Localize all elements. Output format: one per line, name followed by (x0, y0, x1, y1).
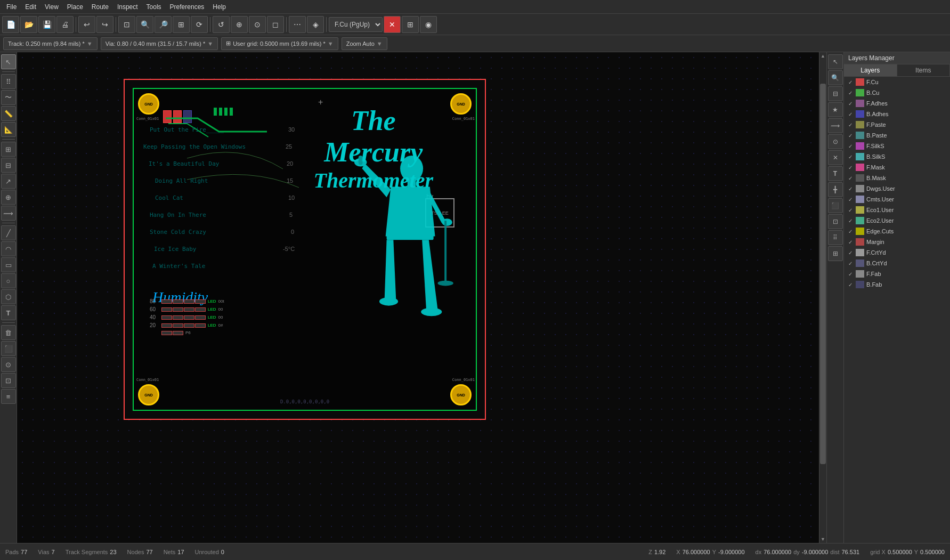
layer-checkbox[interactable]: ✓ (847, 228, 854, 234)
rt-add-zone[interactable]: ⬛ (828, 198, 843, 213)
layer-item-f-mask[interactable]: ✓F.Mask (844, 162, 950, 173)
layer-item-b-fab[interactable]: ✓B.Fab (844, 279, 950, 290)
drc-button[interactable]: ✕ (384, 16, 401, 33)
layer-item-f-cu[interactable]: ✓F.Cu (844, 77, 950, 87)
inspect-tool[interactable]: ⊙ (1, 357, 16, 372)
layer-checkbox[interactable]: ✓ (847, 217, 854, 224)
layer-item-eco1-user[interactable]: ✓Eco1.User (844, 205, 950, 215)
rt-add-track[interactable]: ╋ (828, 182, 843, 197)
new-button[interactable]: 📄 (2, 16, 19, 33)
layer-checkbox[interactable]: ✓ (847, 281, 854, 288)
menu-route[interactable]: Route (87, 2, 113, 12)
draw-circle-tool[interactable]: ○ (1, 273, 16, 288)
layer-checkbox[interactable]: ✓ (847, 79, 854, 85)
ratsnest-button[interactable]: ⋯ (289, 16, 306, 33)
layer-checkbox[interactable]: ✓ (847, 239, 854, 245)
layer-checkbox[interactable]: ✓ (847, 100, 854, 107)
layer-checkbox[interactable]: ✓ (847, 153, 854, 160)
rt-zoom-out[interactable]: ⊟ (828, 86, 843, 101)
draw-line-tool[interactable]: ╱ (1, 225, 16, 240)
draw-arc-tool[interactable]: ◠ (1, 241, 16, 256)
group-tool[interactable]: ⊡ (1, 373, 16, 388)
layer-checkbox[interactable]: ✓ (847, 260, 854, 266)
layer-checkbox[interactable]: ✓ (847, 271, 854, 277)
zoom-area-button[interactable]: ⊞ (173, 16, 190, 33)
add-footprint-tool[interactable]: ⊞ (1, 142, 16, 157)
layer-checkbox[interactable]: ✓ (847, 143, 854, 149)
menu-tools[interactable]: Tools (142, 2, 166, 12)
rt-text[interactable]: T (828, 166, 843, 181)
menu-edit[interactable]: Edit (21, 2, 40, 12)
delete-tool[interactable]: 🗑 (1, 325, 16, 340)
net-classes-button[interactable]: ⊞ (402, 16, 419, 33)
layer-checkbox[interactable]: ✓ (847, 207, 854, 213)
menu-help[interactable]: Help (208, 2, 230, 12)
rt-route[interactable]: ⟿ (828, 118, 843, 133)
layer-item-f-adhes[interactable]: ✓F.Adhes (844, 98, 950, 109)
zoom-refresh-button[interactable]: ⟳ (191, 16, 208, 33)
add-text-tool[interactable]: T (1, 305, 16, 320)
layer-checkbox[interactable]: ✓ (847, 196, 854, 202)
layer-item-b-crtyd[interactable]: ✓B.CrtYd (844, 258, 950, 269)
layer-item-b-cu[interactable]: ✓B.Cu (844, 87, 950, 98)
layer-checkbox[interactable]: ✓ (847, 111, 854, 117)
rt-fill[interactable]: ⠿ (828, 230, 843, 245)
layer-checkbox[interactable]: ✓ (847, 164, 854, 171)
layer-item-eco2-user[interactable]: ✓Eco2.User (844, 215, 950, 226)
layer-item-b-silks[interactable]: ✓B.SilkS (844, 151, 950, 162)
canvas-background[interactable]: GND GND GND GND Conn_01x01 Conn_01x01 Co… (17, 52, 826, 543)
layer-checkbox[interactable]: ✓ (847, 132, 854, 139)
canvas-area[interactable]: GND GND GND GND Conn_01x01 Conn_01x01 Co… (17, 52, 826, 543)
layer-checkbox[interactable]: ✓ (847, 121, 854, 128)
menu-inspect[interactable]: Inspect (113, 2, 142, 12)
layer-checkbox[interactable]: ✓ (847, 175, 854, 181)
draw-polygon-tool[interactable]: ⬡ (1, 289, 16, 304)
zoom-in-button[interactable]: 🔍 (136, 16, 153, 33)
add-via-tool[interactable]: ⊕ (1, 190, 16, 205)
net-inspector-button[interactable]: ⊕ (231, 16, 248, 33)
ruler-tool[interactable]: 📏 (1, 106, 16, 121)
rt-interactive[interactable]: ⊞ (828, 246, 843, 261)
layer-item-b-paste[interactable]: ✓B.Paste (844, 130, 950, 141)
menu-preferences[interactable]: Preferences (166, 2, 209, 12)
scroll-up-arrow[interactable]: ▲ (819, 52, 826, 60)
menu-place[interactable]: Place (63, 2, 87, 12)
tab-layers[interactable]: Layers (844, 64, 897, 76)
print-button[interactable]: 🖨 (56, 16, 74, 33)
menu-file[interactable]: File (2, 2, 21, 12)
grid-selector[interactable]: ⊞ User grid: 0.5000 mm (19.69 mils) * ▼ (221, 37, 338, 50)
local-ratsnest-tool[interactable]: ⠿ (1, 74, 16, 89)
interactive-router[interactable]: ⟿ (1, 206, 16, 221)
layer-selector[interactable]: F.Cu (PgUp) (329, 17, 383, 32)
highlight-net-button[interactable]: ◈ (307, 16, 324, 33)
layer-item-edge-cuts[interactable]: ✓Edge.Cuts (844, 226, 950, 237)
rt-zoom-in[interactable]: 🔍 (828, 70, 843, 85)
zoom-out-button[interactable]: 🔎 (155, 16, 172, 33)
via-selector[interactable]: Via: 0.80 / 0.40 mm (31.5 / 15.7 mils) *… (101, 37, 218, 50)
layer-item-f-crtyd[interactable]: ✓F.CrtYd (844, 247, 950, 258)
save-button[interactable]: 💾 (38, 16, 55, 33)
layer-item-b-mask[interactable]: ✓B.Mask (844, 173, 950, 183)
open-button[interactable]: 📂 (20, 16, 37, 33)
redo-button[interactable]: ↪ (96, 16, 113, 33)
layer-item-b-adhes[interactable]: ✓B.Adhes (844, 109, 950, 119)
route-track-tool[interactable]: 〜 (1, 90, 16, 105)
layer-item-cmts-user[interactable]: ✓Cmts.User (844, 194, 950, 205)
rt-erase[interactable]: ✕ (828, 150, 843, 165)
layer-checkbox[interactable]: ✓ (847, 185, 854, 192)
rt-select[interactable]: ↖ (828, 54, 843, 69)
vertical-scrollbar[interactable]: ▲ ▼ (819, 52, 826, 543)
rt-clearance[interactable]: ⊙ (828, 134, 843, 149)
route-single-track[interactable]: ↗ (1, 174, 16, 189)
track-selector[interactable]: Track: 0.250 mm (9.84 mils) * ▼ (3, 37, 98, 50)
zoom-selector[interactable]: Zoom Auto ▼ (342, 37, 387, 50)
pad-properties-button[interactable]: ⊙ (249, 16, 266, 33)
layer-item-f-paste[interactable]: ✓F.Paste (844, 119, 950, 130)
rt-drc[interactable]: ⊡ (828, 214, 843, 229)
measure-tool[interactable]: 📐 (1, 122, 16, 137)
select-tool[interactable]: ↖ (1, 54, 16, 69)
layer-item-margin[interactable]: ✓Margin (844, 237, 950, 247)
draw-rect-tool[interactable]: ▭ (1, 257, 16, 272)
footprint-button[interactable]: ◻ (267, 16, 284, 33)
tab-items[interactable]: Items (897, 64, 951, 76)
